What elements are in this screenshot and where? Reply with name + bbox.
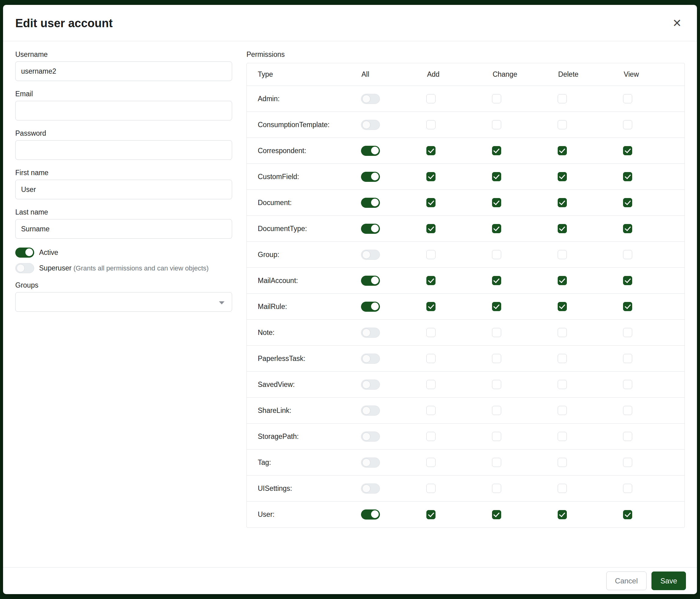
perm-all-toggle[interactable] [361, 302, 380, 312]
perm-all-toggle[interactable] [361, 172, 380, 182]
perm-view-checkbox[interactable] [623, 406, 632, 415]
perm-delete-checkbox[interactable] [558, 458, 567, 467]
perm-all-toggle[interactable] [361, 120, 380, 130]
perm-delete-checkbox[interactable] [558, 120, 567, 129]
password-label: Password [15, 129, 232, 138]
perm-delete-checkbox[interactable] [558, 198, 567, 207]
perm-all-toggle[interactable] [361, 328, 380, 338]
perm-change-checkbox[interactable] [492, 484, 501, 493]
perm-view-checkbox[interactable] [623, 276, 632, 285]
perm-change-checkbox[interactable] [492, 380, 501, 389]
perm-change-checkbox[interactable] [492, 94, 501, 103]
perm-change-checkbox[interactable] [492, 172, 501, 181]
perm-add-checkbox[interactable] [426, 510, 435, 519]
save-button[interactable]: Save [651, 572, 686, 590]
perm-all-toggle[interactable] [361, 483, 380, 494]
perm-add-checkbox[interactable] [426, 406, 435, 415]
perm-view-checkbox[interactable] [623, 380, 632, 389]
perm-view-checkbox[interactable] [623, 432, 632, 441]
perm-delete-checkbox[interactable] [558, 250, 567, 259]
perm-add-checkbox[interactable] [426, 146, 435, 155]
perm-view-checkbox[interactable] [623, 120, 632, 129]
perm-view-checkbox[interactable] [623, 146, 632, 155]
perm-delete-checkbox[interactable] [558, 94, 567, 103]
perm-change-checkbox[interactable] [492, 354, 501, 363]
perm-add-checkbox[interactable] [426, 276, 435, 285]
perm-change-checkbox[interactable] [492, 146, 501, 155]
perm-view-checkbox[interactable] [623, 484, 632, 493]
perm-all-toggle[interactable] [361, 94, 380, 104]
perm-view-checkbox[interactable] [623, 224, 632, 233]
perm-add-checkbox[interactable] [426, 302, 435, 311]
perm-change-checkbox[interactable] [492, 458, 501, 467]
perm-delete-checkbox[interactable] [558, 432, 567, 441]
first-name-field[interactable] [15, 180, 232, 199]
password-field[interactable] [15, 140, 232, 160]
perm-change-checkbox[interactable] [492, 250, 501, 259]
perm-delete-checkbox[interactable] [558, 302, 567, 311]
perm-all-toggle[interactable] [361, 250, 380, 260]
perm-all-toggle[interactable] [361, 509, 380, 520]
email-field[interactable] [15, 101, 232, 120]
perm-change-checkbox[interactable] [492, 510, 501, 519]
cancel-button[interactable]: Cancel [606, 572, 647, 590]
close-icon[interactable]: ✕ [670, 16, 685, 30]
perm-add-checkbox[interactable] [426, 458, 435, 467]
perm-add-checkbox[interactable] [426, 94, 435, 103]
perm-view-checkbox[interactable] [623, 328, 632, 337]
perm-delete-checkbox[interactable] [558, 510, 567, 519]
perm-add-checkbox[interactable] [426, 432, 435, 441]
perm-all-toggle[interactable] [361, 146, 380, 156]
perm-change-checkbox[interactable] [492, 198, 501, 207]
last-name-field[interactable] [15, 219, 232, 239]
superuser-toggle[interactable] [15, 263, 34, 273]
perm-all-toggle[interactable] [361, 224, 380, 234]
perm-add-checkbox[interactable] [426, 172, 435, 181]
perm-delete-checkbox[interactable] [558, 328, 567, 337]
perm-type-label: Correspondent: [258, 147, 306, 155]
perm-change-checkbox[interactable] [492, 120, 501, 129]
active-toggle[interactable] [15, 247, 34, 258]
perm-delete-checkbox[interactable] [558, 380, 567, 389]
perm-all-toggle[interactable] [361, 380, 380, 390]
perm-delete-checkbox[interactable] [558, 146, 567, 155]
perm-all-toggle[interactable] [361, 275, 380, 286]
perm-change-checkbox[interactable] [492, 224, 501, 233]
perm-add-checkbox[interactable] [426, 120, 435, 129]
perm-add-checkbox[interactable] [426, 328, 435, 337]
perm-add-checkbox[interactable] [426, 380, 435, 389]
perm-view-checkbox[interactable] [623, 354, 632, 363]
perm-view-checkbox[interactable] [623, 458, 632, 467]
perm-add-checkbox[interactable] [426, 354, 435, 363]
perm-delete-checkbox[interactable] [558, 484, 567, 493]
perm-change-checkbox[interactable] [492, 406, 501, 415]
perm-view-checkbox[interactable] [623, 198, 632, 207]
perm-all-toggle[interactable] [361, 354, 380, 364]
perm-view-checkbox[interactable] [623, 94, 632, 103]
perm-change-checkbox[interactable] [492, 328, 501, 337]
perm-view-checkbox[interactable] [623, 510, 632, 519]
perm-view-checkbox[interactable] [623, 302, 632, 311]
perm-add-checkbox[interactable] [426, 198, 435, 207]
perm-delete-checkbox[interactable] [558, 172, 567, 181]
perm-add-checkbox[interactable] [426, 224, 435, 233]
first-name-field-group: First name [15, 169, 232, 199]
perm-delete-checkbox[interactable] [558, 354, 567, 363]
username-input[interactable] [15, 62, 232, 81]
perm-add-checkbox[interactable] [426, 484, 435, 493]
perm-all-toggle[interactable] [361, 432, 380, 441]
perm-delete-checkbox[interactable] [558, 276, 567, 285]
groups-select[interactable] [15, 292, 232, 312]
perm-all-toggle[interactable] [361, 198, 380, 208]
perm-all-toggle[interactable] [361, 457, 380, 468]
col-header-view: View [618, 70, 684, 78]
perm-view-checkbox[interactable] [623, 172, 632, 181]
perm-delete-checkbox[interactable] [558, 406, 567, 415]
perm-change-checkbox[interactable] [492, 302, 501, 311]
perm-add-checkbox[interactable] [426, 250, 435, 259]
perm-all-toggle[interactable] [361, 406, 380, 416]
perm-delete-checkbox[interactable] [558, 224, 567, 233]
perm-change-checkbox[interactable] [492, 432, 501, 441]
perm-change-checkbox[interactable] [492, 276, 501, 285]
perm-view-checkbox[interactable] [623, 250, 632, 259]
